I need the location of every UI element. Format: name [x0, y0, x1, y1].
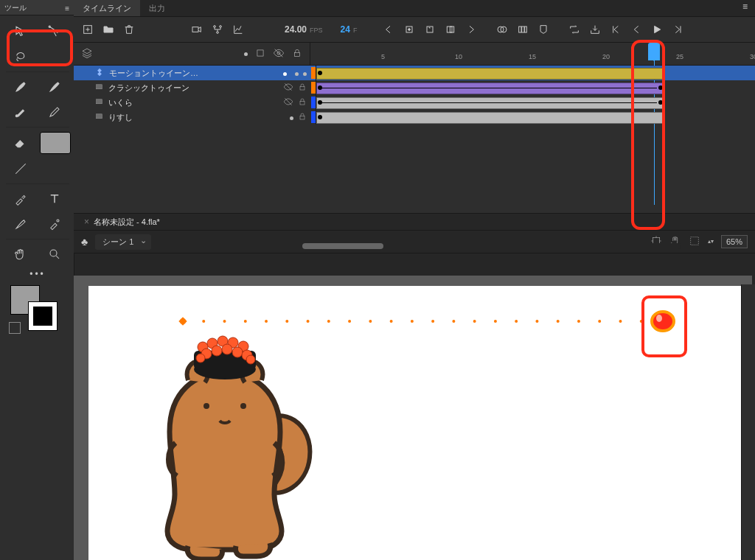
zoom-level[interactable]: 65%	[721, 235, 748, 248]
insert-keyframe-icon[interactable]	[403, 23, 416, 36]
new-layer-icon[interactable]	[81, 23, 94, 36]
layer-row[interactable]: りすし	[74, 110, 755, 125]
layers-stack-icon[interactable]	[81, 47, 93, 61]
more-tools-icon[interactable]: •••	[6, 269, 69, 279]
layer-name[interactable]: モーショントゥイーン…	[109, 68, 274, 79]
layer-outline-toggle[interactable]	[283, 97, 293, 109]
paint-brush-tool[interactable]	[6, 102, 35, 122]
scrollbar-thumb[interactable]	[302, 243, 383, 249]
layer-outline-toggle[interactable]	[295, 68, 299, 78]
layer-lock-toggle[interactable]	[303, 68, 307, 78]
export-icon[interactable]	[588, 23, 602, 36]
next-keyframe-icon[interactable]	[465, 23, 478, 36]
prev-keyframe-icon[interactable]	[382, 23, 395, 36]
layer-outline-toggle[interactable]	[290, 112, 293, 122]
layer-name[interactable]: いくら	[108, 97, 262, 108]
delete-layer-icon[interactable]	[122, 23, 136, 36]
outline-column-icon[interactable]	[255, 48, 265, 60]
fluid-brush-tool[interactable]	[40, 77, 69, 97]
selection-tool[interactable]	[6, 21, 35, 42]
layer-row[interactable]: モーショントゥイーン…	[74, 66, 755, 80]
eyedropper-tool[interactable]	[6, 189, 35, 209]
fit-stage-icon[interactable]	[689, 235, 700, 249]
svg-point-7	[214, 26, 216, 28]
prev-frame-icon[interactable]	[630, 23, 643, 36]
ink-bottle-tool[interactable]	[6, 214, 35, 234]
timeline-ruler[interactable]: 51015202530	[310, 43, 755, 65]
tween-end-marker[interactable]	[650, 309, 675, 334]
insert-frame-icon[interactable]	[444, 23, 457, 36]
layer-color-chip[interactable]	[311, 111, 316, 123]
scene-dropdown[interactable]: シーン 1	[95, 234, 151, 250]
edit-multiple-frames-icon[interactable]	[516, 23, 529, 36]
close-document-icon[interactable]: ×	[84, 217, 89, 227]
lock-column-icon[interactable]	[292, 48, 302, 60]
brush-tool[interactable]	[6, 77, 35, 97]
svg-rect-23	[97, 85, 102, 89]
marker-icon[interactable]	[537, 23, 550, 36]
svg-point-57	[369, 320, 372, 323]
panel-menu-icon[interactable]: ≡	[737, 0, 755, 16]
fps-value: 24.00	[285, 24, 307, 35]
svg-rect-19	[525, 27, 527, 32]
pencil-tool[interactable]	[40, 102, 69, 122]
current-frame-display[interactable]: 24 F	[341, 24, 358, 35]
hand-tool[interactable]	[6, 244, 35, 265]
text-tool[interactable]	[40, 189, 69, 209]
layer-track[interactable]	[316, 110, 755, 125]
layer-type-icon	[94, 82, 104, 94]
zoom-stepper-icon[interactable]: ▴▾	[708, 239, 714, 244]
first-frame-icon[interactable]	[609, 23, 622, 36]
svg-point-59	[411, 320, 414, 323]
highlight-layer-dot[interactable]	[244, 52, 248, 56]
svg-point-32	[240, 403, 246, 409]
line-tool[interactable]	[6, 158, 35, 179]
layer-color-chip[interactable]	[311, 67, 316, 79]
layer-name[interactable]: クラシックトゥイーン	[108, 83, 262, 94]
layer-visibility-toggle[interactable]	[279, 68, 290, 78]
paint-bucket-dropper-tool[interactable]	[40, 214, 69, 234]
free-transform-tool[interactable]	[40, 21, 69, 42]
new-folder-icon[interactable]	[102, 23, 115, 36]
layer-outline-toggle[interactable]	[283, 82, 293, 94]
layer-lock-toggle[interactable]	[298, 83, 307, 94]
layer-color-chip[interactable]	[311, 82, 316, 94]
timeline-scrollbar[interactable]	[302, 243, 681, 249]
layer-row[interactable]: クラシックトゥイーン	[74, 80, 755, 95]
fps-display[interactable]: 24.00 FPS	[285, 24, 323, 35]
layer-row[interactable]: いくら	[74, 95, 755, 110]
layer-track[interactable]	[316, 66, 755, 80]
layer-track[interactable]	[316, 80, 755, 95]
tab-timeline[interactable]: タイムライン	[74, 0, 140, 16]
next-frame-icon[interactable]	[671, 23, 684, 36]
tab-output[interactable]: 出力	[140, 0, 174, 16]
panel-menu-icon[interactable]: ≡	[65, 4, 69, 13]
layer-color-chip[interactable]	[311, 97, 316, 108]
stroke-color-swatch[interactable]	[28, 301, 58, 331]
layer-lock-toggle[interactable]	[298, 112, 307, 123]
layer-parenting-icon[interactable]	[211, 23, 224, 36]
insert-blank-keyframe-icon[interactable]	[423, 23, 436, 36]
graph-icon[interactable]	[232, 23, 245, 36]
onion-skin-icon[interactable]	[495, 23, 509, 36]
document-filename[interactable]: 名称未設定 - 4.fla*	[94, 217, 160, 228]
camera-icon[interactable]	[190, 23, 203, 36]
color-swatches[interactable]	[6, 284, 69, 328]
layer-track[interactable]	[316, 95, 755, 110]
rectangle-tool[interactable]	[40, 132, 71, 154]
layer-name[interactable]: りすし	[108, 112, 269, 123]
stage-vertical-scrollbar[interactable]	[741, 284, 755, 560]
scene-icon: ♣	[81, 236, 88, 248]
lasso-tool[interactable]	[6, 46, 35, 67]
loop-icon[interactable]	[568, 23, 581, 36]
zoom-tool[interactable]	[40, 244, 69, 265]
layer-lock-toggle[interactable]	[298, 97, 307, 108]
visibility-column-icon[interactable]	[273, 47, 285, 61]
timeline-layers: モーショントゥイーン…クラシックトゥイーンいくらりすし	[74, 66, 755, 213]
swap-colors-icon[interactable]	[9, 322, 21, 334]
stage-artwork[interactable]	[118, 299, 339, 560]
svg-rect-25	[97, 99, 102, 104]
play-icon[interactable]	[650, 23, 664, 36]
stage-canvas[interactable]	[88, 286, 742, 560]
eraser-tool[interactable]	[6, 132, 35, 153]
